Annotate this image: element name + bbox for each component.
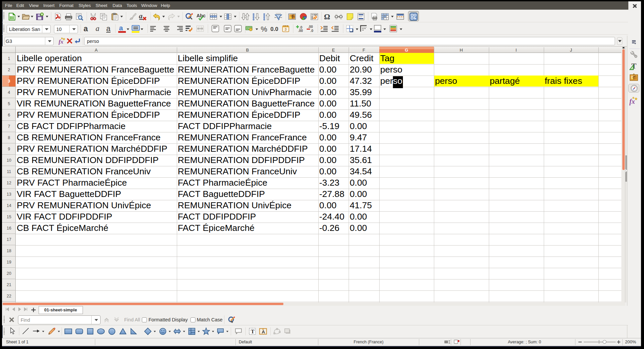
svg-text:3: 3 [285,27,287,31]
svg-text:.00: .00 [298,29,303,33]
svg-text:T: T [251,328,255,335]
svg-text:Abc: Abc [196,13,205,18]
svg-text:A: A [262,329,265,334]
svg-text:fx: fx [59,39,64,45]
svg-text:a: a [139,12,143,20]
svg-text:.00: .00 [308,25,313,29]
svg-text:a: a [119,24,123,32]
svg-text:Ω: Ω [324,13,330,21]
svg-text:fx: fx [629,98,635,105]
svg-text:.0: .0 [310,29,313,33]
